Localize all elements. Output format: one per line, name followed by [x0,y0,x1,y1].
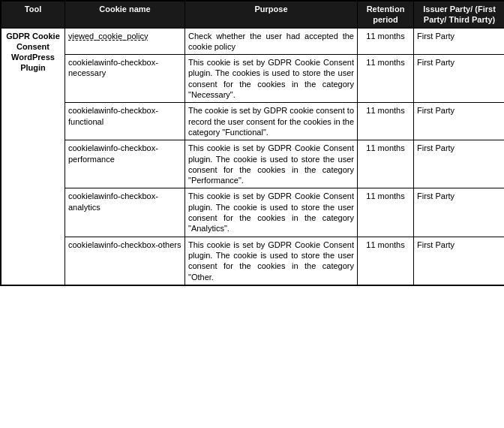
cookie-name-cell: viewed_cookie_policy [65,28,185,55]
issuer-cell: First Party [414,140,505,188]
cookie-name-cell: cookielawinfo-checkbox-others [65,237,185,285]
cookie-name-cell: cookielawinfo-checkbox-necessary [65,55,185,103]
cookie-table: Tool Cookie name Purpose Retention perio… [1,1,504,285]
table-row: cookielawinfo-checkbox-others This cooki… [2,237,505,285]
table-row: cookielawinfo-checkbox-analytics This co… [2,188,505,237]
table-row: GDPR Cookie Consent WordPress Plugin vie… [2,28,505,55]
issuer-cell: First Party [414,188,505,237]
issuer-cell: First Party [414,28,505,55]
purpose-cell: This cookie is set by GDPR Cookie Consen… [185,55,358,103]
issuer-cell: First Party [414,237,505,285]
table-header-row: Tool Cookie name Purpose Retention perio… [2,2,505,29]
purpose-cell: This cookie is set by GDPR Cookie Consen… [185,188,358,237]
retention-cell: 11 months [358,55,414,103]
table-row: cookielawinfo-checkbox-functional The co… [2,103,505,140]
cookie-table-wrapper: Tool Cookie name Purpose Retention perio… [0,0,504,286]
purpose-cell: The cookie is set by GDPR cookie consent… [185,103,358,140]
retention-cell: 11 months [358,237,414,285]
cookie-name-cell: cookielawinfo-checkbox-analytics [65,188,185,237]
header-purpose: Purpose [185,2,358,29]
header-tool: Tool [2,2,65,29]
tool-cell: GDPR Cookie Consent WordPress Plugin [2,28,65,285]
issuer-cell: First Party [414,55,505,103]
header-retention: Retention period [358,2,414,29]
issuer-cell: First Party [414,103,505,140]
retention-cell: 11 months [358,103,414,140]
table-row: cookielawinfo-checkbox-performance This … [2,140,505,188]
header-cookie-name: Cookie name [65,2,185,29]
table-row: cookielawinfo-checkbox-necessary This co… [2,55,505,103]
header-issuer: Issuer Party/ (First Party/ Third Party) [414,2,505,29]
retention-cell: 11 months [358,28,414,55]
purpose-cell: Check whether the user had accepted the … [185,28,358,55]
cookie-name-cell: cookielawinfo-checkbox-functional [65,103,185,140]
retention-cell: 11 months [358,188,414,237]
retention-cell: 11 months [358,140,414,188]
purpose-cell: This cookie is set by GDPR Cookie Consen… [185,237,358,285]
cookie-name-value: viewed_cookie_policy [68,32,148,41]
purpose-cell: This cookie is set by GDPR Cookie Consen… [185,140,358,188]
cookie-name-cell: cookielawinfo-checkbox-performance [65,140,185,188]
